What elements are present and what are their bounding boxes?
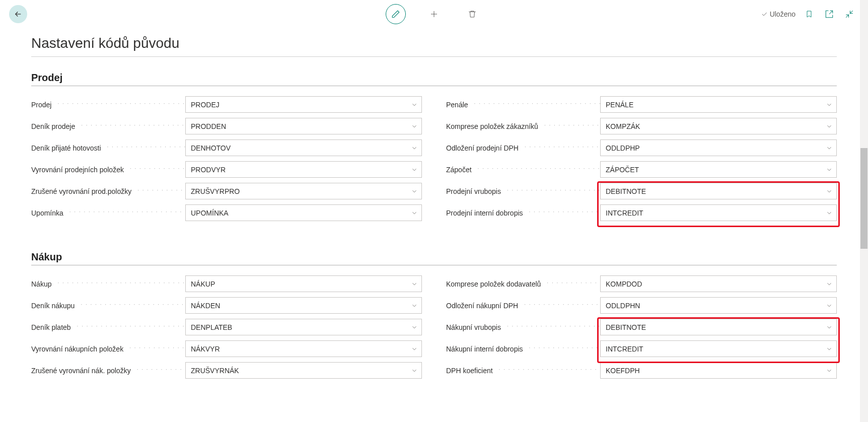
edit-button[interactable] bbox=[386, 4, 406, 24]
prodej-input[interactable] bbox=[185, 96, 422, 113]
section-title-sales: Prodej bbox=[31, 72, 837, 84]
field-row: Odložení prodejní DPH bbox=[446, 139, 837, 156]
purchase-left-col: NákupDeník nákupuDeník platebVyrovnání n… bbox=[31, 275, 422, 384]
field-input-wrap bbox=[600, 340, 837, 357]
saved-label: Uloženo bbox=[770, 10, 795, 18]
field-row: Prodejní vrubopis bbox=[446, 183, 837, 199]
field-row: Deník přijaté hotovosti bbox=[31, 139, 422, 156]
field-input-wrap bbox=[600, 204, 837, 221]
komprese-poloz-ek-za-kazni-ku-input[interactable] bbox=[600, 118, 837, 134]
new-button[interactable] bbox=[424, 4, 444, 24]
prodejni-vrubopis-input[interactable] bbox=[600, 183, 837, 199]
field-row: Deník prodeje bbox=[31, 118, 422, 134]
field-input-wrap bbox=[185, 275, 422, 292]
field-input-wrap bbox=[600, 96, 837, 113]
field-label: Deník přijaté hotovosti bbox=[31, 144, 185, 152]
vyrovna-ni-prodejni-ch-poloz-ek-input[interactable] bbox=[185, 161, 422, 178]
delete-button[interactable] bbox=[462, 4, 482, 24]
scrollbar-thumb[interactable] bbox=[860, 148, 867, 249]
field-label: Vyrovnání prodejních položek bbox=[31, 166, 185, 174]
deni-k-plateb-input[interactable] bbox=[185, 319, 422, 335]
field-input-wrap bbox=[600, 275, 837, 292]
saved-indicator: Uloženo bbox=[761, 10, 795, 18]
bookmark-button[interactable] bbox=[803, 8, 816, 21]
page-body: Nastavení kódů původu Prodej ProdejDeník… bbox=[0, 35, 868, 419]
page-title: Nastavení kódů původu bbox=[31, 35, 837, 51]
field-input-wrap bbox=[185, 340, 422, 357]
bookmark-icon bbox=[805, 10, 813, 19]
sales-grid: ProdejDeník prodejeDeník přijaté hotovos… bbox=[31, 96, 837, 226]
zrus-ene-vyrovna-ni-prod-poloz-ky-input[interactable] bbox=[185, 183, 422, 199]
field-row: Penále bbox=[446, 96, 837, 113]
collapse-button[interactable] bbox=[843, 8, 856, 21]
field-input-wrap bbox=[600, 183, 837, 199]
top-bar: Uloženo bbox=[0, 0, 868, 28]
field-label: Deník plateb bbox=[31, 323, 185, 331]
field-row: Prodej bbox=[31, 96, 422, 113]
field-row: Vyrovnání nákupních položek bbox=[31, 340, 422, 357]
field-row: Zrušené vyrovnání nák. položky bbox=[31, 362, 422, 379]
dph-koeficient-input[interactable] bbox=[600, 362, 837, 379]
field-label: Upomínka bbox=[31, 209, 185, 217]
pena-le-input[interactable] bbox=[600, 96, 837, 113]
field-label: Deník prodeje bbox=[31, 122, 185, 130]
prodejni-interni-dobropis-input[interactable] bbox=[600, 204, 837, 221]
field-row: Zápočet bbox=[446, 161, 837, 178]
sales-right-col: PenáleKomprese položek zákazníkůOdložení… bbox=[446, 96, 837, 226]
field-row: Prodejní interní dobropis bbox=[446, 204, 837, 221]
popout-icon bbox=[825, 10, 834, 19]
field-label: Komprese položek dodavatelů bbox=[446, 280, 600, 288]
purchase-right-col: Komprese položek dodavatelůOdložení náku… bbox=[446, 275, 837, 384]
field-input-wrap bbox=[600, 139, 837, 156]
field-row: Odložení nákupní DPH bbox=[446, 297, 837, 314]
field-label: Komprese položek zákazníků bbox=[446, 122, 600, 130]
field-label: Zrušené vyrovnání prod.položky bbox=[31, 187, 185, 195]
field-input-wrap bbox=[600, 161, 837, 178]
field-row: Komprese položek zákazníků bbox=[446, 118, 837, 134]
field-label: Deník nákupu bbox=[31, 302, 185, 310]
scrollbar-track[interactable] bbox=[860, 0, 868, 422]
na-kupni-interni-dobropis-input[interactable] bbox=[600, 340, 837, 357]
odloz-eni-na-kupni-dph-input[interactable] bbox=[600, 297, 837, 314]
deni-k-prodeje-input[interactable] bbox=[185, 118, 422, 134]
field-input-wrap bbox=[185, 96, 422, 113]
field-input-wrap bbox=[600, 297, 837, 314]
trash-icon bbox=[468, 10, 477, 19]
field-label: Prodej bbox=[31, 101, 185, 109]
field-row: Deník plateb bbox=[31, 319, 422, 335]
vyrovna-ni-na-kupni-ch-poloz-ek-input[interactable] bbox=[185, 340, 422, 357]
field-input-wrap bbox=[185, 204, 422, 221]
divider bbox=[31, 265, 837, 265]
field-label: Odložení nákupní DPH bbox=[446, 302, 600, 310]
field-label: Prodejní interní dobropis bbox=[446, 209, 600, 217]
field-row: Nákupní vrubopis bbox=[446, 319, 837, 335]
field-row: Nákupní interní dobropis bbox=[446, 340, 837, 357]
field-row: DPH koeficient bbox=[446, 362, 837, 379]
field-input-wrap bbox=[185, 118, 422, 134]
upomi-nka-input[interactable] bbox=[185, 204, 422, 221]
field-input-wrap bbox=[185, 362, 422, 379]
field-label: Nákup bbox=[31, 280, 185, 288]
field-row: Upomínka bbox=[31, 204, 422, 221]
field-label: Nákupní interní dobropis bbox=[446, 345, 600, 353]
za-poc-et-input[interactable] bbox=[600, 161, 837, 178]
na-kupni-vrubopis-input[interactable] bbox=[600, 319, 837, 335]
odloz-eni-prodejni-dph-input[interactable] bbox=[600, 139, 837, 156]
section-title-purchase: Nákup bbox=[31, 251, 837, 263]
check-icon bbox=[761, 11, 768, 18]
deni-k-na-kupu-input[interactable] bbox=[185, 297, 422, 314]
field-input-wrap bbox=[185, 319, 422, 335]
back-button[interactable] bbox=[9, 5, 27, 23]
zrus-ene-vyrovna-ni-na-k-poloz-ky-input[interactable] bbox=[185, 362, 422, 379]
field-row: Zrušené vyrovnání prod.položky bbox=[31, 183, 422, 199]
popout-button[interactable] bbox=[823, 8, 836, 21]
divider bbox=[31, 86, 837, 86]
deni-k-pr-ijate-hotovosti-input[interactable] bbox=[185, 139, 422, 156]
field-input-wrap bbox=[600, 319, 837, 335]
field-row: Nákup bbox=[31, 275, 422, 292]
na-kup-input[interactable] bbox=[185, 275, 422, 292]
komprese-poloz-ek-dodavatelu-input[interactable] bbox=[600, 275, 837, 292]
field-label: Zrušené vyrovnání nák. položky bbox=[31, 367, 185, 375]
field-input-wrap bbox=[185, 139, 422, 156]
field-input-wrap bbox=[185, 297, 422, 314]
